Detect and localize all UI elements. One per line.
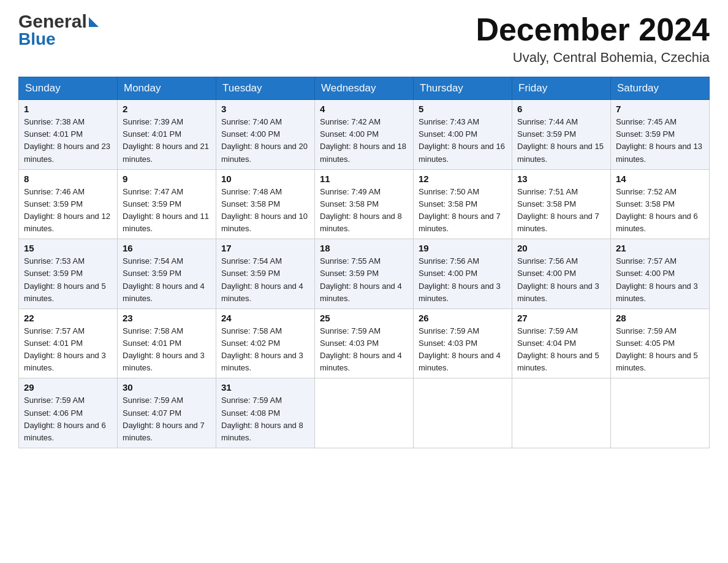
calendar-cell: 8Sunrise: 7:46 AMSunset: 3:59 PMDaylight… — [19, 169, 118, 239]
day-number: 8 — [24, 174, 112, 184]
weekday-header-wednesday: Wednesday — [315, 77, 414, 100]
calendar-cell: 21Sunrise: 7:57 AMSunset: 4:00 PMDayligh… — [611, 239, 710, 309]
day-info: Sunrise: 7:51 AMSunset: 3:58 PMDaylight:… — [517, 186, 605, 236]
day-number: 29 — [24, 382, 112, 393]
calendar-cell: 2Sunrise: 7:39 AMSunset: 4:01 PMDaylight… — [118, 100, 216, 170]
calendar-cell: 12Sunrise: 7:50 AMSunset: 3:58 PMDayligh… — [414, 169, 512, 239]
day-info: Sunrise: 7:49 AMSunset: 3:58 PMDaylight:… — [320, 186, 408, 236]
day-info: Sunrise: 7:54 AMSunset: 3:59 PMDaylight:… — [123, 255, 211, 305]
weekday-header-row: SundayMondayTuesdayWednesdayThursdayFrid… — [19, 77, 710, 100]
calendar-cell: 7Sunrise: 7:45 AMSunset: 3:59 PMDaylight… — [611, 100, 710, 170]
logo: General Blue — [18, 12, 99, 48]
day-number: 12 — [419, 174, 507, 184]
day-info: Sunrise: 7:59 AMSunset: 4:06 PMDaylight:… — [24, 394, 112, 444]
calendar-week-row: 1Sunrise: 7:38 AMSunset: 4:01 PMDaylight… — [19, 100, 710, 170]
day-number: 14 — [616, 174, 704, 184]
calendar-cell: 3Sunrise: 7:40 AMSunset: 4:00 PMDaylight… — [216, 100, 315, 170]
day-number: 26 — [419, 313, 507, 323]
day-info: Sunrise: 7:52 AMSunset: 3:58 PMDaylight:… — [616, 186, 704, 236]
day-number: 6 — [517, 104, 605, 114]
day-info: Sunrise: 7:47 AMSunset: 3:59 PMDaylight:… — [123, 186, 211, 236]
calendar-cell: 9Sunrise: 7:47 AMSunset: 3:59 PMDaylight… — [118, 169, 216, 239]
day-number: 22 — [24, 313, 112, 323]
day-info: Sunrise: 7:42 AMSunset: 4:00 PMDaylight:… — [320, 116, 408, 166]
logo-blue-text: Blue — [18, 31, 99, 48]
logo-general-text: General — [18, 12, 87, 31]
day-number: 15 — [24, 243, 112, 253]
calendar-cell: 20Sunrise: 7:56 AMSunset: 4:00 PMDayligh… — [512, 239, 611, 309]
weekday-header-monday: Monday — [118, 77, 216, 100]
day-info: Sunrise: 7:56 AMSunset: 4:00 PMDaylight:… — [517, 255, 605, 305]
calendar-cell: 22Sunrise: 7:57 AMSunset: 4:01 PMDayligh… — [19, 308, 118, 378]
calendar-cell: 23Sunrise: 7:58 AMSunset: 4:01 PMDayligh… — [118, 308, 216, 378]
day-info: Sunrise: 7:46 AMSunset: 3:59 PMDaylight:… — [24, 186, 112, 236]
day-info: Sunrise: 7:56 AMSunset: 4:00 PMDaylight:… — [419, 255, 507, 305]
day-number: 23 — [123, 313, 211, 323]
weekday-header-saturday: Saturday — [611, 77, 710, 100]
location-subtitle: Uvaly, Central Bohemia, Czechia — [476, 50, 710, 66]
day-info: Sunrise: 7:50 AMSunset: 3:58 PMDaylight:… — [419, 186, 507, 236]
weekday-header-thursday: Thursday — [414, 77, 512, 100]
calendar-week-row: 8Sunrise: 7:46 AMSunset: 3:59 PMDaylight… — [19, 169, 710, 239]
day-info: Sunrise: 7:57 AMSunset: 4:00 PMDaylight:… — [616, 255, 704, 305]
calendar-cell: 1Sunrise: 7:38 AMSunset: 4:01 PMDaylight… — [19, 100, 118, 170]
day-number: 21 — [616, 243, 704, 253]
logo-triangle-icon — [89, 17, 99, 27]
calendar-cell — [512, 378, 611, 448]
calendar-cell: 5Sunrise: 7:43 AMSunset: 4:00 PMDaylight… — [414, 100, 512, 170]
day-number: 18 — [320, 243, 408, 253]
day-number: 16 — [123, 243, 211, 253]
calendar-cell: 13Sunrise: 7:51 AMSunset: 3:58 PMDayligh… — [512, 169, 611, 239]
day-info: Sunrise: 7:55 AMSunset: 3:59 PMDaylight:… — [320, 255, 408, 305]
calendar-cell: 11Sunrise: 7:49 AMSunset: 3:58 PMDayligh… — [315, 169, 414, 239]
calendar-cell: 28Sunrise: 7:59 AMSunset: 4:05 PMDayligh… — [611, 308, 710, 378]
day-info: Sunrise: 7:58 AMSunset: 4:02 PMDaylight:… — [221, 325, 309, 375]
calendar-cell: 18Sunrise: 7:55 AMSunset: 3:59 PMDayligh… — [315, 239, 414, 309]
day-number: 25 — [320, 313, 408, 323]
day-number: 3 — [221, 104, 309, 114]
page-header: General Blue December 2024 Uvaly, Centra… — [18, 12, 710, 66]
calendar-cell: 27Sunrise: 7:59 AMSunset: 4:04 PMDayligh… — [512, 308, 611, 378]
day-number: 28 — [616, 313, 704, 323]
day-info: Sunrise: 7:57 AMSunset: 4:01 PMDaylight:… — [24, 325, 112, 375]
calendar-cell: 19Sunrise: 7:56 AMSunset: 4:00 PMDayligh… — [414, 239, 512, 309]
day-number: 30 — [123, 382, 211, 393]
day-number: 7 — [616, 104, 704, 114]
month-year-title: December 2024 — [476, 12, 710, 47]
day-info: Sunrise: 7:59 AMSunset: 4:07 PMDaylight:… — [123, 394, 211, 444]
day-number: 4 — [320, 104, 408, 114]
calendar-cell: 24Sunrise: 7:58 AMSunset: 4:02 PMDayligh… — [216, 308, 315, 378]
day-info: Sunrise: 7:58 AMSunset: 4:01 PMDaylight:… — [123, 325, 211, 375]
day-number: 5 — [419, 104, 507, 114]
weekday-header-sunday: Sunday — [19, 77, 118, 100]
day-number: 13 — [517, 174, 605, 184]
calendar-cell: 29Sunrise: 7:59 AMSunset: 4:06 PMDayligh… — [19, 378, 118, 448]
calendar-cell — [611, 378, 710, 448]
calendar-cell: 15Sunrise: 7:53 AMSunset: 3:59 PMDayligh… — [19, 239, 118, 309]
day-info: Sunrise: 7:43 AMSunset: 4:00 PMDaylight:… — [419, 116, 507, 166]
day-info: Sunrise: 7:48 AMSunset: 3:58 PMDaylight:… — [221, 186, 309, 236]
day-info: Sunrise: 7:59 AMSunset: 4:08 PMDaylight:… — [221, 394, 309, 444]
day-info: Sunrise: 7:53 AMSunset: 3:59 PMDaylight:… — [24, 255, 112, 305]
calendar-cell: 16Sunrise: 7:54 AMSunset: 3:59 PMDayligh… — [118, 239, 216, 309]
calendar-cell: 17Sunrise: 7:54 AMSunset: 3:59 PMDayligh… — [216, 239, 315, 309]
day-number: 31 — [221, 382, 309, 393]
day-info: Sunrise: 7:59 AMSunset: 4:04 PMDaylight:… — [517, 325, 605, 375]
calendar-table: SundayMondayTuesdayWednesdayThursdayFrid… — [18, 77, 710, 448]
weekday-header-tuesday: Tuesday — [216, 77, 315, 100]
calendar-cell: 31Sunrise: 7:59 AMSunset: 4:08 PMDayligh… — [216, 378, 315, 448]
day-info: Sunrise: 7:54 AMSunset: 3:59 PMDaylight:… — [221, 255, 309, 305]
calendar-week-row: 22Sunrise: 7:57 AMSunset: 4:01 PMDayligh… — [19, 308, 710, 378]
calendar-week-row: 29Sunrise: 7:59 AMSunset: 4:06 PMDayligh… — [19, 378, 710, 448]
day-number: 17 — [221, 243, 309, 253]
day-number: 19 — [419, 243, 507, 253]
calendar-cell: 10Sunrise: 7:48 AMSunset: 3:58 PMDayligh… — [216, 169, 315, 239]
calendar-cell: 14Sunrise: 7:52 AMSunset: 3:58 PMDayligh… — [611, 169, 710, 239]
day-number: 9 — [123, 174, 211, 184]
day-info: Sunrise: 7:40 AMSunset: 4:00 PMDaylight:… — [221, 116, 309, 166]
day-info: Sunrise: 7:38 AMSunset: 4:01 PMDaylight:… — [24, 116, 112, 166]
day-number: 24 — [221, 313, 309, 323]
day-number: 10 — [221, 174, 309, 184]
calendar-week-row: 15Sunrise: 7:53 AMSunset: 3:59 PMDayligh… — [19, 239, 710, 309]
day-number: 27 — [517, 313, 605, 323]
